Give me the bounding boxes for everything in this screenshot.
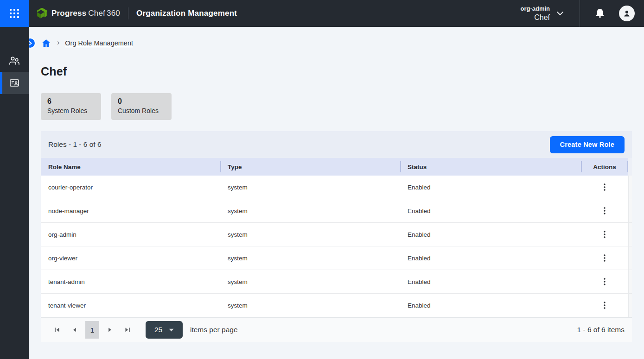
roles-panel: Roles - 1 - 6 of 6 Create New Role Role … bbox=[41, 131, 632, 342]
breadcrumb-separator-icon: › bbox=[57, 38, 59, 47]
stat-card-system-roles: 6 System Roles bbox=[41, 93, 101, 120]
previous-page-icon bbox=[72, 327, 77, 333]
table-row: tenant-viewer system Enabled bbox=[41, 294, 632, 317]
page-title: Chef bbox=[41, 65, 632, 78]
main-content: › Org Role Management Chef 6 System Role… bbox=[29, 37, 644, 359]
table-row: tenant-admin system Enabled bbox=[41, 270, 632, 294]
apps-grid-icon bbox=[10, 9, 19, 18]
users-icon bbox=[8, 55, 20, 66]
brand-logo: ProgressChef360 bbox=[36, 7, 120, 19]
role-status-cell: Enabled bbox=[400, 223, 581, 246]
scrollbar-gutter bbox=[628, 158, 632, 176]
stat-value: 0 bbox=[118, 97, 165, 106]
roles-summary: Roles - 1 - 6 of 6 bbox=[48, 140, 102, 149]
role-type-cell: system bbox=[220, 176, 400, 199]
role-status-cell: Enabled bbox=[400, 270, 581, 293]
column-header-role-name: Role Name bbox=[41, 158, 220, 176]
role-name-cell: org-admin bbox=[41, 223, 220, 246]
kebab-menu-icon bbox=[604, 183, 606, 191]
role-status-cell: Enabled bbox=[400, 246, 581, 270]
next-page-icon bbox=[107, 327, 113, 333]
table-header-row: Role Name Type Status Actions bbox=[41, 158, 632, 176]
role-actions-cell bbox=[581, 176, 628, 199]
role-name-cell: org-viewer bbox=[41, 246, 220, 270]
role-type-cell: system bbox=[220, 270, 400, 293]
role-status-cell: Enabled bbox=[400, 176, 581, 199]
kebab-menu-icon bbox=[604, 207, 606, 214]
app-title: Organization Management bbox=[136, 9, 237, 18]
roles-toolbar: Roles - 1 - 6 of 6 Create New Role bbox=[41, 131, 632, 158]
items-per-page-select[interactable]: 25 bbox=[146, 321, 183, 339]
create-new-role-button[interactable]: Create New Role bbox=[550, 136, 625, 153]
table-row: org-viewer system Enabled bbox=[41, 246, 632, 270]
role-actions-cell bbox=[581, 246, 628, 270]
app-launcher-button[interactable] bbox=[0, 0, 29, 27]
role-type-cell: system bbox=[220, 294, 400, 317]
topbar-divider bbox=[128, 7, 128, 19]
pagination-bar: 1 25 items per page 1 - 6 of 6 items bbox=[41, 317, 632, 342]
breadcrumb-home-button[interactable] bbox=[41, 39, 51, 47]
column-header-status: Status bbox=[400, 158, 581, 176]
row-actions-menu-button[interactable] bbox=[599, 275, 610, 288]
role-status-cell: Enabled bbox=[400, 199, 581, 222]
scrollbar-gutter bbox=[628, 176, 632, 199]
selected-indicator bbox=[0, 72, 2, 94]
role-actions-cell bbox=[581, 294, 628, 317]
column-header-type: Type bbox=[220, 158, 400, 176]
table-row: node-manager system Enabled bbox=[41, 199, 632, 223]
stat-label: Custom Roles bbox=[118, 106, 165, 115]
topbar-right-divider bbox=[580, 0, 580, 27]
account-avatar-button[interactable] bbox=[619, 6, 635, 21]
kebab-menu-icon bbox=[604, 278, 606, 285]
role-type-cell: system bbox=[220, 246, 400, 270]
next-page-button[interactable] bbox=[101, 321, 119, 339]
table-body: courier-operator system Enabled node-man… bbox=[41, 176, 632, 317]
breadcrumb-link-org-role-management[interactable]: Org Role Management bbox=[65, 39, 133, 47]
scrollbar-gutter bbox=[628, 199, 632, 222]
brand-wordmark: ProgressChef360 bbox=[51, 9, 120, 18]
previous-page-button[interactable] bbox=[66, 321, 83, 339]
user-org-label: Chef bbox=[534, 13, 550, 22]
scrollbar-gutter bbox=[628, 270, 632, 293]
role-type-cell: system bbox=[220, 199, 400, 222]
user-org-menu[interactable]: org-admin Chef bbox=[520, 5, 564, 22]
kebab-menu-icon bbox=[604, 302, 606, 309]
table-row: courier-operator system Enabled bbox=[41, 176, 632, 199]
row-actions-menu-button[interactable] bbox=[599, 299, 610, 312]
pager: 1 25 items per page bbox=[48, 321, 238, 339]
notifications-button[interactable] bbox=[595, 8, 605, 19]
kebab-menu-icon bbox=[604, 254, 606, 262]
role-name-cell: courier-operator bbox=[41, 176, 220, 199]
scrollbar-gutter bbox=[628, 246, 632, 270]
role-name-cell: node-manager bbox=[41, 199, 220, 222]
column-header-actions: Actions bbox=[581, 158, 628, 176]
row-actions-menu-button[interactable] bbox=[599, 181, 610, 194]
last-page-icon bbox=[124, 327, 131, 333]
scrollbar-gutter bbox=[628, 294, 632, 317]
bell-icon bbox=[595, 8, 605, 19]
home-icon bbox=[42, 39, 51, 47]
role-status-cell: Enabled bbox=[400, 294, 581, 317]
role-actions-cell bbox=[581, 199, 628, 222]
first-page-icon bbox=[54, 327, 60, 333]
stats-row: 6 System Roles 0 Custom Roles bbox=[41, 93, 632, 120]
dropdown-caret-icon bbox=[169, 328, 174, 332]
role-name-cell: tenant-admin bbox=[41, 270, 220, 293]
first-page-button[interactable] bbox=[48, 321, 66, 339]
table-row: org-admin system Enabled bbox=[41, 223, 632, 246]
row-actions-menu-button[interactable] bbox=[599, 204, 610, 217]
sidebar-item-users[interactable] bbox=[0, 50, 29, 72]
stat-label: System Roles bbox=[47, 106, 95, 115]
items-per-page-label: items per page bbox=[190, 326, 238, 334]
kebab-menu-icon bbox=[604, 231, 606, 238]
role-name-cell: tenant-viewer bbox=[41, 294, 220, 317]
role-actions-cell bbox=[581, 270, 628, 293]
page-number-button[interactable]: 1 bbox=[85, 321, 99, 339]
user-role-label: org-admin bbox=[520, 5, 550, 13]
row-actions-menu-button[interactable] bbox=[599, 228, 610, 241]
row-actions-menu-button[interactable] bbox=[599, 252, 610, 265]
sidebar-item-roles[interactable] bbox=[0, 72, 29, 94]
chevron-down-icon bbox=[556, 11, 564, 16]
last-page-button[interactable] bbox=[119, 321, 136, 339]
stat-card-custom-roles: 0 Custom Roles bbox=[111, 93, 172, 120]
